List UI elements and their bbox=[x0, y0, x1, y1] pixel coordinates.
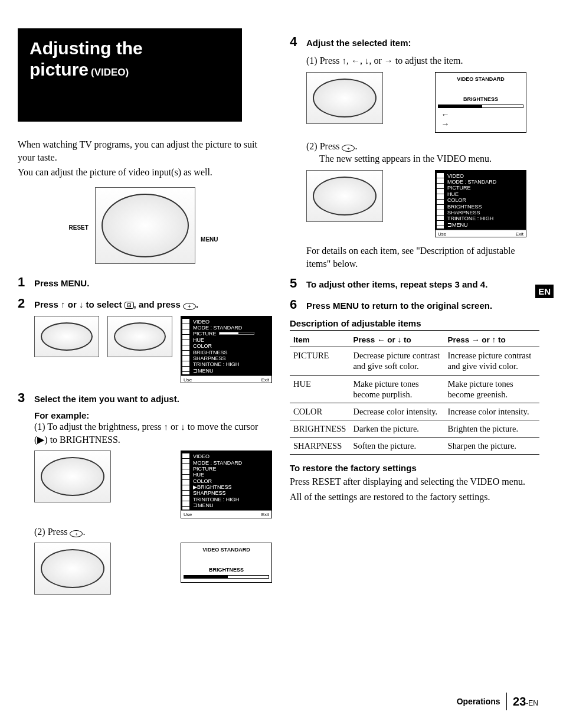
step-3-text: Select the item you want to adjust. bbox=[34, 394, 272, 404]
osd-video-menu-3: VIDEO MODE : STANDARD PICTURE HUE COLOR … bbox=[435, 170, 526, 237]
joystick-illus-5 bbox=[306, 72, 383, 124]
s2-e: . bbox=[196, 299, 198, 309]
cell-item: PICTURE bbox=[290, 347, 349, 375]
osd-bright-lbl-1: BRIGHTNESS bbox=[184, 567, 269, 573]
cell-right: Increase picture contrast and give vivid… bbox=[444, 347, 539, 375]
osd-trinitone: TRINITONE : HIGH bbox=[193, 361, 269, 367]
brightness-arrows: ← → bbox=[438, 110, 523, 129]
osd-brightness: BRIGHTNESS bbox=[193, 350, 269, 355]
cell-left: Decrease picture contrast and give soft … bbox=[349, 347, 444, 375]
osd-hue: HUE bbox=[193, 337, 269, 343]
left-arrow-icon: ← bbox=[351, 56, 360, 66]
osd2-trinitone: TRINITONE : HIGH bbox=[193, 497, 269, 502]
table-header-item: Item bbox=[290, 333, 349, 347]
cell-left: Make picture tones become purplish. bbox=[349, 375, 444, 403]
s2-b: or bbox=[66, 299, 79, 309]
step-5-number: 5 bbox=[290, 276, 302, 291]
osd-brightness-adjust-2: VIDEO STANDARD BRIGHTNESS ← → bbox=[435, 72, 526, 133]
s4-1e: to adjust the item. bbox=[393, 56, 463, 66]
s2-c: to select bbox=[83, 299, 124, 309]
step-6-text: Press MENU to return to the original scr… bbox=[306, 301, 539, 311]
table-row: HUEMake picture tones become purplish.Ma… bbox=[290, 375, 539, 403]
table-header-left: Press ← or ↓ to bbox=[349, 333, 444, 347]
step-4-sub2: (2) Press +. bbox=[306, 140, 539, 153]
osd-use: Use bbox=[184, 377, 192, 383]
osd2-picture: PICTURE bbox=[193, 466, 269, 472]
osd-bright-lbl-2: BRIGHTNESS bbox=[438, 96, 523, 102]
step-2-text: Press ↑ or ↓ to select ⊡, and press +. bbox=[34, 299, 272, 310]
step-5-text: To adjust other items, repeat steps 3 an… bbox=[306, 279, 539, 289]
osd-sharpness: SHARPNESS bbox=[193, 355, 269, 361]
step-6-number: 6 bbox=[290, 297, 302, 312]
adjustable-items-table: Item Press ← or ↓ to Press → or ↑ to PIC… bbox=[290, 333, 539, 455]
enter-button-icon: + bbox=[183, 303, 196, 310]
joystick-illus-1 bbox=[34, 316, 99, 357]
enter-button-icon-2: + bbox=[70, 530, 83, 537]
osd3-brightness: BRIGHTNESS bbox=[447, 204, 523, 210]
step-4-number: 4 bbox=[290, 34, 302, 50]
osd3-exit: Exit bbox=[516, 231, 523, 237]
remote-control-illustration: RESET MENU bbox=[95, 187, 195, 264]
osd-mode: MODE : STANDARD bbox=[193, 325, 269, 331]
cell-left: Darken the picture. bbox=[349, 420, 444, 437]
osd3-mode: MODE : STANDARD bbox=[447, 179, 523, 185]
footer-page-number: 23 bbox=[513, 695, 526, 708]
osd-video: VIDEO bbox=[193, 319, 269, 325]
s2-d: , and press bbox=[134, 299, 183, 309]
page-title-line2: picture bbox=[30, 60, 89, 79]
step-5: 5 To adjust other items, repeat steps 3 … bbox=[290, 276, 539, 291]
step-3: 3 Select the item you want to adjust. bbox=[18, 390, 272, 406]
step-4-sub2-desc: The new setting appears in the VIDEO men… bbox=[319, 152, 539, 165]
cell-left: Soften the picture. bbox=[349, 438, 444, 455]
s3-1b: or bbox=[168, 422, 181, 432]
intro-p2: You can adjust the picture of video inpu… bbox=[18, 166, 272, 179]
cell-left: Decrease color intensity. bbox=[349, 403, 444, 420]
cell-item: HUE bbox=[290, 375, 349, 403]
osd2-color: COLOR bbox=[193, 478, 269, 484]
cell-right: Increase color intensity. bbox=[444, 403, 539, 420]
up-arrow-icon: ↑ bbox=[61, 299, 66, 309]
enter-button-icon-3: + bbox=[342, 145, 355, 152]
osd2-exit: Exit bbox=[261, 512, 269, 517]
table-row: BRIGHTNESSDarken the picture.Brighten th… bbox=[290, 420, 539, 437]
intro-p1: When watching TV programs, you can adjus… bbox=[18, 138, 272, 164]
step-6: 6 Press MENU to return to the original s… bbox=[290, 297, 539, 312]
osd3-video: VIDEO bbox=[447, 173, 523, 179]
s4-2a: (2) Press bbox=[306, 141, 342, 151]
brightness-bar-1 bbox=[184, 575, 269, 579]
s4-1c: , bbox=[360, 56, 365, 66]
s4-1d: , or bbox=[369, 56, 384, 66]
osd3-color: COLOR bbox=[447, 197, 523, 203]
step-4-detail: For details on each item, see "Descripti… bbox=[306, 244, 539, 270]
osd3-hue: HUE bbox=[447, 191, 523, 197]
cell-item: BRIGHTNESS bbox=[290, 420, 349, 437]
step-1-text: Press MENU. bbox=[34, 278, 272, 288]
table-row: COLORDecrease color intensity.Increase c… bbox=[290, 403, 539, 420]
osd2-mode: MODE : STANDARD bbox=[193, 460, 269, 466]
osd-video-std-2: VIDEO STANDARD bbox=[438, 76, 523, 82]
joystick-illus-6 bbox=[306, 170, 383, 222]
step-3-number: 3 bbox=[18, 390, 30, 406]
cell-right: Sharpen the picture. bbox=[444, 438, 539, 455]
s4-2b: . bbox=[355, 141, 357, 151]
table-row: PICTUREDecrease picture contrast and giv… bbox=[290, 347, 539, 375]
table-header-right: Press → or ↑ to bbox=[444, 333, 539, 347]
osd-video-menu-2: VIDEO MODE : STANDARD PICTURE HUE COLOR … bbox=[181, 450, 272, 518]
page-title-line1: Adjusting the bbox=[30, 38, 230, 59]
osd2-hue: HUE bbox=[193, 472, 269, 478]
osd-video-std-1: VIDEO STANDARD bbox=[184, 547, 269, 553]
video-menu-icon: ⊡ bbox=[125, 302, 134, 309]
restore-p1: Press RESET after displaying and selecti… bbox=[290, 475, 539, 488]
footer-page-suffix: -EN bbox=[526, 699, 538, 707]
osd-color: COLOR bbox=[193, 343, 269, 349]
step-4: 4 Adjust the selected item: bbox=[290, 34, 539, 50]
cell-item: SHARPNESS bbox=[290, 438, 349, 455]
joystick-illus-4 bbox=[34, 543, 111, 595]
brightness-bar-2 bbox=[438, 105, 523, 108]
page-title-block: Adjusting the picture (VIDEO) bbox=[18, 28, 242, 122]
joystick-illus-2 bbox=[107, 316, 172, 357]
osd3-sharpness: SHARPNESS bbox=[447, 210, 523, 216]
osd3-picture: PICTURE bbox=[447, 185, 523, 191]
step-4-sub1: (1) Press ↑, ←, ↓, or → to adjust the it… bbox=[306, 54, 539, 67]
osd2-video: VIDEO bbox=[193, 453, 269, 459]
